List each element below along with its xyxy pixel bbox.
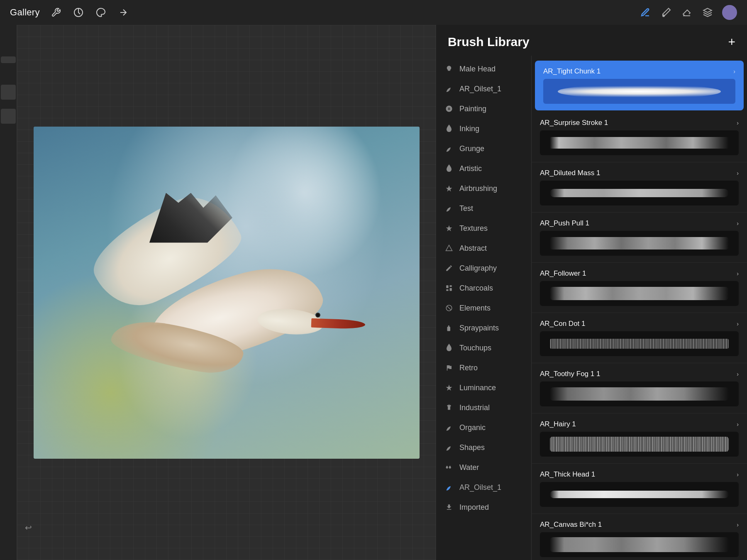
category-label-textures: Textures	[459, 224, 488, 233]
category-label-elements: Elements	[459, 304, 491, 313]
brush-item-header-ar-diluted: AR_Diluted Mass 1 ›	[540, 169, 739, 177]
category-icon-organic	[444, 423, 454, 432]
avatar[interactable]	[722, 5, 737, 20]
category-icon-airbrushing	[444, 184, 454, 193]
gallery-button[interactable]: Gallery	[10, 7, 40, 18]
category-item-abstract[interactable]: Abstract	[436, 238, 531, 258]
add-brush-button[interactable]: +	[728, 36, 735, 48]
svg-rect-7	[446, 289, 448, 291]
category-icon-spraypaints	[444, 323, 454, 333]
brush-name-ar-tight-chunk: AR_Tight Chunk 1	[543, 67, 601, 76]
brush-item-ar-toothy-fog[interactable]: AR_Toothy Fog 1 1 ›	[532, 363, 747, 413]
brush-item-header-ar-follower: AR_Follower 1 ›	[540, 269, 739, 278]
undo-button[interactable]: ↩	[21, 520, 36, 535]
category-label-water: Water	[459, 463, 479, 472]
painting-canvas[interactable]	[34, 127, 420, 459]
category-label-grunge: Grunge	[459, 144, 484, 153]
smudge-icon[interactable]	[95, 6, 107, 19]
brush-item-ar-con-dot[interactable]: AR_Con Dot 1 ›	[532, 313, 747, 363]
brush-item-ar-tight-chunk[interactable]: AR_Tight Chunk 1 ›	[535, 61, 744, 110]
wrench-icon[interactable]	[50, 6, 62, 19]
left-tool-1[interactable]	[1, 56, 16, 63]
brush-item-ar-thick-head[interactable]: AR_Thick Head 1 ›	[532, 464, 747, 514]
brush-item-ar-push-pull[interactable]: AR_Push Pull 1 ›	[532, 213, 747, 263]
brush-chevron-ar-canvas-bitch: ›	[737, 521, 739, 528]
category-item-retro[interactable]: Retro	[436, 358, 531, 378]
category-item-organic[interactable]: Organic	[436, 418, 531, 438]
category-item-ar-oilset-top[interactable]: AR_Oilset_1	[436, 79, 531, 99]
category-item-inking[interactable]: Inking	[436, 119, 531, 139]
brush-item-header-ar-con-dot: AR_Con Dot 1 ›	[540, 320, 739, 328]
brush-chevron-ar-tight-chunk: ›	[733, 68, 735, 75]
brush-item-header-ar-tight-chunk: AR_Tight Chunk 1 ›	[543, 67, 735, 76]
svg-rect-4	[446, 285, 448, 288]
category-label-retro: Retro	[459, 364, 478, 372]
category-icon-retro	[444, 363, 454, 372]
brush-preview-ar-diluted	[540, 181, 739, 205]
left-sidebar	[0, 25, 17, 560]
category-icon-calligraphy	[444, 264, 454, 273]
brush-item-ar-hairy[interactable]: AR_Hairy 1 ›	[532, 413, 747, 464]
brush-item-ar-diluted[interactable]: AR_Diluted Mass 1 ›	[532, 162, 747, 213]
toolbar: Gallery	[0, 0, 747, 25]
category-item-water[interactable]: Water	[436, 457, 531, 477]
category-icon-water	[444, 463, 454, 472]
adjust-icon[interactable]	[72, 6, 85, 19]
category-item-airbrushing[interactable]: Airbrushing	[436, 179, 531, 198]
category-label-painting: Painting	[459, 105, 486, 113]
main-area: ↩ Brush Library + Male Head	[0, 25, 747, 560]
transform-icon[interactable]	[117, 6, 129, 19]
category-icon-grunge	[444, 144, 454, 153]
category-item-industrial[interactable]: Industrial	[436, 398, 531, 418]
brush-name-ar-thick-head: AR_Thick Head 1	[540, 470, 595, 479]
category-item-imported[interactable]: Imported	[436, 497, 531, 517]
brush-name-ar-con-dot: AR_Con Dot 1	[540, 320, 586, 328]
brush-item-ar-follower[interactable]: AR_Follower 1 ›	[532, 263, 747, 313]
category-icon-luminance	[444, 383, 454, 392]
brush-name-ar-diluted: AR_Diluted Mass 1	[540, 169, 601, 177]
brush-item-ar-surprise[interactable]: AR_Surprise Stroke 1 ›	[532, 112, 747, 162]
canvas-area: ↩	[17, 25, 436, 560]
pen-tool-icon[interactable]	[639, 6, 652, 19]
bird-beak	[311, 318, 366, 329]
category-item-elements[interactable]: Elements	[436, 298, 531, 318]
brush-item-header-ar-hairy: AR_Hairy 1 ›	[540, 420, 739, 428]
category-item-charcoals[interactable]: Charcoals	[436, 278, 531, 298]
brush-preview-ar-follower	[540, 281, 739, 306]
brush-item-ar-canvas-bitch[interactable]: AR_Canvas Bi*ch 1 ›	[532, 514, 747, 560]
category-item-ar-oilset-bottom[interactable]: AR_Oilset_1	[436, 477, 531, 497]
category-item-painting[interactable]: Painting	[436, 99, 531, 119]
left-tool-3[interactable]	[1, 109, 16, 124]
category-item-shapes[interactable]: Shapes	[436, 438, 531, 457]
brush-name-ar-push-pull: AR_Push Pull 1	[540, 219, 589, 227]
category-item-luminance[interactable]: Luminance	[436, 378, 531, 398]
brush-stroke-ar-push-pull	[550, 237, 729, 249]
category-label-test: Test	[459, 204, 473, 213]
brush-name-ar-hairy: AR_Hairy 1	[540, 420, 576, 428]
category-item-male-head[interactable]: Male Head	[436, 59, 531, 79]
brush-preview-ar-tight-chunk	[543, 79, 735, 104]
brush-panel-header: Brush Library +	[436, 25, 747, 56]
brush-name-ar-follower: AR_Follower 1	[540, 269, 586, 278]
category-item-grunge[interactable]: Grunge	[436, 139, 531, 159]
category-item-test[interactable]: Test	[436, 198, 531, 218]
brush-tool-icon[interactable]	[660, 6, 672, 19]
brush-preview-ar-con-dot	[540, 331, 739, 356]
category-label-shapes: Shapes	[459, 443, 485, 452]
category-item-spraypaints[interactable]: Spraypaints	[436, 318, 531, 338]
brush-chevron-ar-surprise: ›	[737, 120, 739, 126]
eraser-tool-icon[interactable]	[681, 6, 693, 19]
category-icon-touchups	[444, 343, 454, 352]
category-item-artistic[interactable]: Artistic	[436, 159, 531, 179]
layers-tool-icon[interactable]	[701, 6, 714, 19]
category-icon-elements	[444, 303, 454, 313]
category-item-calligraphy[interactable]: Calligraphy	[436, 258, 531, 278]
svg-rect-6	[449, 288, 452, 291]
brush-item-header-ar-push-pull: AR_Push Pull 1 ›	[540, 219, 739, 227]
left-tool-2[interactable]	[1, 85, 16, 100]
svg-marker-3	[446, 245, 452, 251]
category-item-textures[interactable]: Textures	[436, 218, 531, 238]
category-item-touchups[interactable]: Touchups	[436, 338, 531, 358]
brush-stroke-ar-con-dot	[550, 339, 729, 349]
brush-stroke-ar-toothy-fog	[550, 387, 729, 401]
